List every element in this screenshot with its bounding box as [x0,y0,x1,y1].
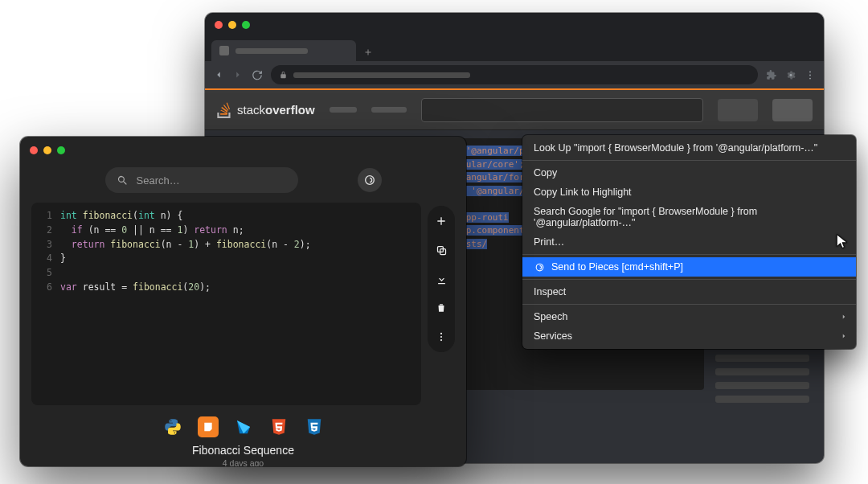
svg-point-5 [365,176,374,185]
python-icon[interactable] [162,416,183,437]
menu-icon[interactable] [805,69,816,80]
header-button[interactable] [718,99,758,121]
lock-icon [279,71,287,79]
tab-title-skeleton [235,48,308,54]
nav-skeleton [330,107,357,113]
css-icon[interactable] [304,416,325,437]
svg-point-4 [536,264,543,271]
window-zoom-button[interactable] [242,21,250,29]
settings-icon[interactable] [785,69,796,80]
pieces-footer: Fibonacci Sequence 4 days ago [20,412,466,466]
url-text-skeleton [293,72,470,78]
window-close-button[interactable] [215,21,223,29]
svg-point-9 [440,336,442,338]
browser-toolbar [205,61,824,88]
more-button[interactable] [434,330,448,344]
dart-icon[interactable] [233,416,254,437]
url-bar[interactable] [271,65,758,84]
pieces-topbar: Search… [20,164,466,203]
context-menu-send-to-pieces[interactable]: Send to Pieces [cmd+shift+P] [522,257,856,277]
tab-favicon [219,46,229,55]
pieces-titlebar [20,137,466,164]
stackoverflow-search[interactable] [421,98,703,122]
copy-button[interactable] [434,243,448,257]
svg-point-2 [809,74,811,76]
svg-point-8 [440,333,442,334]
nav-back-button[interactable] [213,69,224,80]
context-menu-print[interactable]: Print… [522,232,856,252]
chevron-right-icon [840,313,848,321]
html-icon[interactable] [268,416,289,437]
svg-point-3 [809,77,811,79]
window-zoom-button[interactable] [57,146,65,154]
nav-reload-button[interactable] [252,69,263,80]
svg-point-1 [809,71,811,72]
browser-tabstrip [205,37,824,61]
context-menu-inspect[interactable]: Inspect [522,282,856,301]
browser-tab[interactable] [211,40,356,61]
window-minimize-button[interactable] [228,21,236,29]
extensions-icon[interactable] [766,69,777,80]
download-button[interactable] [434,272,448,286]
chevron-right-icon [840,332,848,340]
context-menu-services[interactable]: Services [522,326,856,346]
header-button-primary[interactable] [772,99,813,121]
note-icon[interactable] [198,416,219,437]
search-placeholder: Search… [137,174,180,187]
add-button[interactable] [434,214,448,228]
logo-text-bold: overflow [265,103,315,117]
snippet-timestamp: 4 days ago [20,458,466,466]
context-menu: Look Up "import { BrowserModule } from '… [522,135,856,349]
context-menu-search-google[interactable]: Search Google for "import { BrowserModul… [522,202,856,232]
search-input[interactable]: Search… [105,167,298,193]
window-close-button[interactable] [30,146,38,154]
svg-point-10 [440,339,442,341]
stackoverflow-header: stackoverflow [205,90,824,130]
delete-button[interactable] [434,301,448,315]
mouse-cursor-icon [834,233,850,249]
pieces-code-view[interactable]: 1int fibonacci(int n) { 2 if (n == 0 || … [31,203,421,405]
snippet-title: Fibonacci Sequence [20,444,466,457]
search-icon [117,174,129,187]
pieces-logo-button[interactable] [358,168,382,192]
pieces-toolbar [428,206,455,352]
window-titlebar [205,13,824,37]
context-menu-speech[interactable]: Speech [522,307,856,326]
window-minimize-button[interactable] [43,146,51,154]
stackoverflow-logo[interactable]: stackoverflow [216,102,315,118]
context-menu-lookup[interactable]: Look Up "import { BrowserModule } from '… [522,138,856,158]
context-menu-copy[interactable]: Copy [522,163,856,183]
nav-forward-button[interactable] [232,69,244,80]
new-tab-button[interactable] [359,43,377,61]
pieces-icon [534,261,545,273]
context-menu-copy-link[interactable]: Copy Link to Highlight [522,183,856,202]
nav-skeleton [371,107,407,113]
pieces-window: Search… 1int fibonacci(int n) { 2 if (n … [20,137,466,466]
logo-text-light: stack [237,103,265,117]
